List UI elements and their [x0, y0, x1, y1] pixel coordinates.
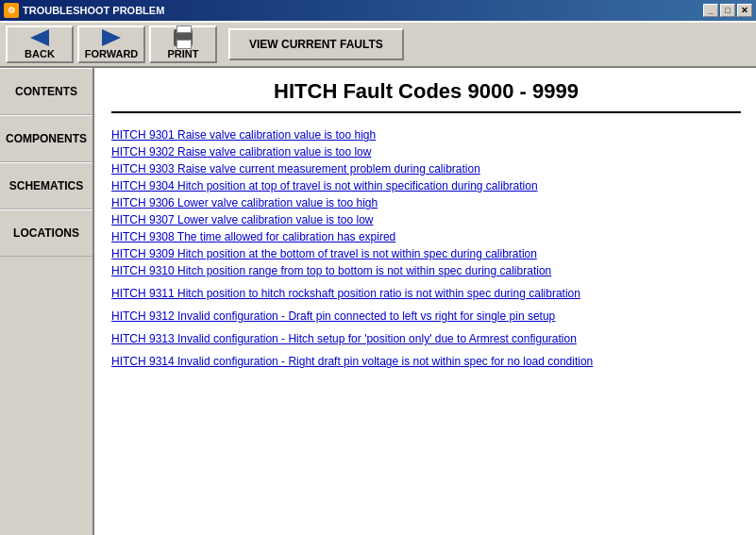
list-item: HITCH 9307 Lower valve calibration value…: [111, 213, 741, 226]
back-label: BACK: [25, 48, 55, 59]
list-item: HITCH 9310 Hitch position range from top…: [111, 264, 741, 277]
print-icon: [172, 29, 194, 46]
minimize-button[interactable]: _: [703, 4, 718, 17]
sidebar-item-components[interactable]: COMPONENTS: [0, 115, 92, 162]
fault-code-link[interactable]: HITCH 9312 Invalid configuration - Draft…: [111, 309, 555, 323]
list-item: HITCH 9308 The time allowed for calibrat…: [111, 230, 741, 243]
fault-code-link[interactable]: HITCH 9314 Invalid configuration - Right…: [111, 355, 593, 368]
fault-code-link[interactable]: HITCH 9309 Hitch position at the bottom …: [111, 247, 537, 260]
list-item: HITCH 9309 Hitch position at the bottom …: [111, 247, 741, 260]
fault-code-link[interactable]: HITCH 9311 Hitch position to hitch rocks…: [111, 287, 580, 300]
page-title: HITCH Fault Codes 9000 - 9999: [111, 79, 741, 113]
main-area: CONTENTS COMPONENTS SCHEMATICS LOCATIONS…: [0, 68, 756, 535]
content-scroll-area[interactable]: HITCH Fault Codes 9000 - 9999 HITCH 9301…: [96, 68, 756, 535]
print-label: PRINT: [168, 48, 199, 59]
app-icon: ⚙: [4, 3, 19, 18]
list-item: HITCH 9311 Hitch position to hitch rocks…: [111, 287, 741, 300]
list-item: HITCH 9301 Raise valve calibration value…: [111, 128, 741, 142]
list-item: HITCH 9313 Invalid configuration - Hitch…: [111, 332, 741, 345]
content-pane: HITCH Fault Codes 9000 - 9999 HITCH 9301…: [94, 68, 756, 535]
view-faults-button[interactable]: VIEW CURRENT FAULTS: [228, 28, 404, 60]
close-button[interactable]: ✕: [737, 4, 752, 17]
fault-code-link[interactable]: HITCH 9313 Invalid configuration - Hitch…: [111, 332, 577, 345]
list-item: HITCH 9302 Raise valve calibration value…: [111, 145, 741, 159]
back-arrow-icon: [28, 29, 51, 46]
forward-label: FORWARD: [85, 48, 139, 59]
list-item: HITCH 9303 Raise valve current measureme…: [111, 162, 741, 176]
fault-code-list: HITCH 9301 Raise valve calibration value…: [111, 128, 741, 368]
fault-code-link[interactable]: HITCH 9308 The time allowed for calibrat…: [111, 230, 395, 243]
toolbar: BACK FORWARD PRINT VIEW CURRENT FAULTS: [0, 21, 756, 68]
fault-code-link[interactable]: HITCH 9304 Hitch position at top of trav…: [111, 179, 538, 192]
sidebar-item-locations[interactable]: LOCATIONS: [0, 209, 92, 257]
back-button[interactable]: BACK: [6, 25, 74, 63]
fault-code-link[interactable]: HITCH 9306 Lower valve calibration value…: [111, 196, 378, 209]
sidebar: CONTENTS COMPONENTS SCHEMATICS LOCATIONS: [0, 68, 94, 535]
title-bar-left: ⚙ TROUBLESHOOT PROBLEM: [4, 3, 164, 18]
list-item: HITCH 9304 Hitch position at top of trav…: [111, 179, 741, 192]
list-item: HITCH 9306 Lower valve calibration value…: [111, 196, 741, 209]
forward-arrow-icon: [100, 29, 123, 46]
list-item: HITCH 9314 Invalid configuration - Right…: [111, 355, 741, 368]
fault-code-link[interactable]: HITCH 9307 Lower valve calibration value…: [111, 213, 373, 226]
fault-code-link[interactable]: HITCH 9310 Hitch position range from top…: [111, 264, 551, 277]
sidebar-item-schematics[interactable]: SCHEMATICS: [0, 162, 92, 209]
fault-code-link[interactable]: HITCH 9301 Raise valve calibration value…: [111, 128, 376, 142]
maximize-button[interactable]: □: [720, 4, 735, 17]
fault-code-link[interactable]: HITCH 9303 Raise valve current measureme…: [111, 162, 480, 176]
print-button[interactable]: PRINT: [149, 25, 217, 63]
title-bar-buttons: _ □ ✕: [703, 4, 752, 17]
title-bar: ⚙ TROUBLESHOOT PROBLEM _ □ ✕: [0, 0, 756, 21]
window-title: TROUBLESHOOT PROBLEM: [23, 5, 164, 16]
list-item: HITCH 9312 Invalid configuration - Draft…: [111, 309, 741, 323]
forward-button[interactable]: FORWARD: [77, 25, 145, 63]
sidebar-item-contents[interactable]: CONTENTS: [0, 68, 92, 115]
fault-code-link[interactable]: HITCH 9302 Raise valve calibration value…: [111, 145, 371, 159]
